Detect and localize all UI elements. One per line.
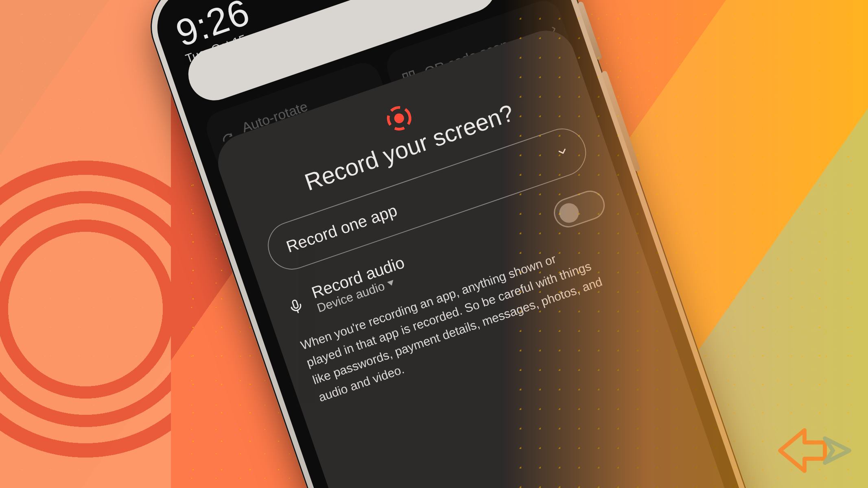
chevron-down-icon [554,142,571,163]
record-scope-value: Record one app [284,201,400,256]
phone-volume-rocker [601,70,641,172]
photo-background: 9:26 Tue, Oct 15 Auto-rotate Off [0,0,868,488]
dropdown-triangle-icon[interactable] [387,280,395,287]
svg-point-5 [393,112,406,125]
phone-screen: 9:26 Tue, Oct 15 Auto-rotate Off [147,0,774,488]
phone-mockup: 9:26 Tue, Oct 15 Auto-rotate Off [138,0,783,488]
svg-rect-6 [292,299,299,308]
chevron-right-icon: › [549,21,558,35]
microphone-icon [286,296,306,317]
toggle-knob [557,200,582,225]
record-audio-toggle[interactable] [550,187,608,231]
record-icon [383,102,415,135]
site-logo [776,426,853,477]
phone-side-button [577,1,602,60]
svg-marker-8 [825,438,849,463]
svg-marker-7 [780,430,825,471]
